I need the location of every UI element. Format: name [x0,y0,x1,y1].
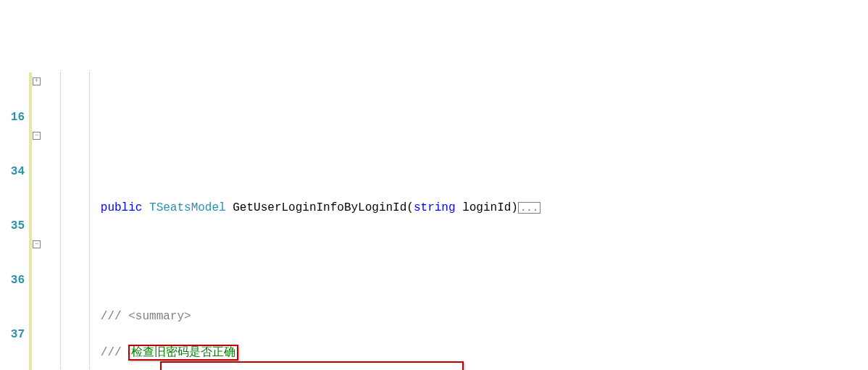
code-line[interactable]: /// 检查旧密码是否正确 [45,344,783,362]
line-number-gutter: 16 34 35 36 37 38 39 40 41 42 43 44 45 4… [0,72,29,370]
collapsed-region[interactable]: ... [518,202,541,214]
code-line[interactable]: /// <summary> [45,308,783,326]
line-number: 37 [0,326,29,344]
highlight-box: 检查旧密码是否正确 [128,345,238,361]
line-number: 36 [0,272,29,290]
code-area[interactable]: public TSeatsModel GetUserLoginInfoByLog… [42,72,783,370]
fold-expand-icon[interactable]: + [33,77,41,85]
fold-column[interactable]: + − − [32,72,42,370]
line-number: 16 [0,109,29,127]
highlight-box [160,361,464,370]
code-line[interactable] [45,235,783,253]
line-number: 34 [0,163,29,181]
fold-collapse-icon[interactable]: − [33,240,41,248]
code-editor[interactable]: 16 34 35 36 37 38 39 40 41 42 43 44 45 4… [0,72,868,370]
code-line[interactable] [45,272,783,290]
code-line[interactable]: public TSeatsModel GetUserLoginInfoByLog… [45,199,783,217]
line-number: 35 [0,217,29,235]
fold-collapse-icon[interactable]: − [33,132,41,140]
